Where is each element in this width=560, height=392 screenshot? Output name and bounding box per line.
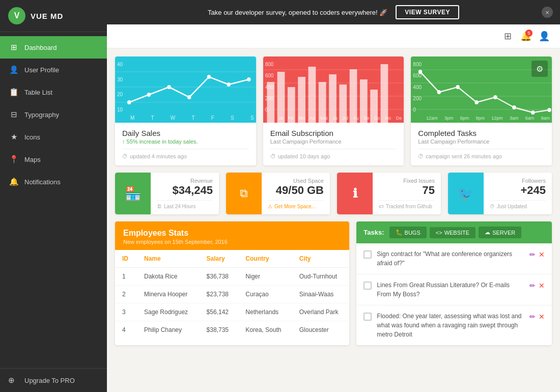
- svg-point-37: [548, 108, 551, 112]
- sidebar-item-dashboard[interactable]: ⊞ Dashboard: [0, 36, 107, 59]
- svg-point-7: [207, 75, 211, 79]
- followers-card: 🐦 Followers +245 ⏱ Just Updated: [448, 173, 552, 214]
- close-icon: ×: [545, 9, 549, 16]
- task-checkbox-2[interactable]: [363, 313, 372, 321]
- email-subscription-body: Email Subscription Last Campaign Perform…: [263, 123, 404, 165]
- task-delete-icon-2[interactable]: ✕: [539, 313, 545, 321]
- logo-icon: V: [8, 7, 25, 24]
- task-edit-icon-0[interactable]: ✏: [529, 250, 536, 259]
- upgrade-button[interactable]: ⊕ Upgrade To PRO: [0, 368, 107, 392]
- employees-title: Employees Stats: [123, 229, 341, 238]
- tab-website[interactable]: <> WEBSITE: [430, 227, 475, 238]
- svg-rect-15: [277, 72, 285, 123]
- fixed-issues-icon-block: ℹ: [337, 173, 373, 214]
- logo-text: VUE MD: [31, 12, 63, 20]
- svg-rect-18: [308, 67, 316, 123]
- grid-icon[interactable]: ⊞: [500, 29, 515, 44]
- clock-icon: ⏱: [122, 153, 128, 159]
- revenue-footer: 🗓 Last 24 Hours: [157, 200, 213, 209]
- followers-footer: ⏱ Just Updated: [490, 200, 546, 209]
- sidebar-label-icons: Icons: [24, 133, 40, 141]
- used-space-icon-block: ⧉: [226, 173, 262, 214]
- cell-name: Minerva Hooper: [137, 286, 200, 303]
- sidebar-nav: ⊞ Dashboard 👤 User Profile 📋 Table List …: [0, 32, 107, 368]
- task-text-2: Flooded: One year later, assessing what …: [377, 312, 524, 339]
- email-subscription-card: 8006004002000: [263, 57, 404, 165]
- banner-close-button[interactable]: ×: [542, 7, 553, 18]
- revenue-label: Revenue: [157, 178, 213, 184]
- cell-city: Oud-Turnhout: [292, 268, 350, 286]
- col-name: Name: [137, 250, 200, 268]
- svg-point-8: [227, 82, 230, 87]
- used-space-value: 49/50 GB: [268, 184, 324, 197]
- completed-tasks-footer: ⏱ campaign sent 26 minutes ago: [418, 149, 545, 159]
- sidebar-item-maps[interactable]: 📍 Maps: [0, 148, 107, 171]
- tab-server[interactable]: ☁ SERVER: [479, 227, 521, 238]
- code-icon: <>: [436, 230, 442, 236]
- daily-sales-body: Daily Sales ↑ 55% increase in today sale…: [115, 123, 256, 165]
- sidebar-item-table-list[interactable]: 📋 Table List: [0, 81, 107, 103]
- daily-sales-stat: ↑ 55% increase in today sales.: [122, 138, 249, 145]
- tab-bugs[interactable]: 🐛 BUGS: [389, 227, 427, 238]
- task-delete-icon-1[interactable]: ✕: [539, 282, 545, 290]
- daily-sales-title: Daily Sales: [122, 129, 249, 137]
- view-survey-button[interactable]: VIEW SURVEY: [396, 5, 459, 19]
- fixed-issues-label: Fixed Issues: [379, 178, 435, 184]
- task-edit-icon-1[interactable]: ✏: [529, 282, 536, 290]
- cell-salary: $23,738: [200, 286, 239, 303]
- cell-salary: $38,735: [200, 321, 239, 339]
- task-checkbox-0[interactable]: [363, 250, 372, 259]
- cell-id: 3: [115, 303, 137, 321]
- user-icon: 👤: [8, 65, 19, 74]
- twitter-icon: 🐦: [458, 186, 474, 202]
- followers-icon-block: 🐦: [448, 173, 484, 214]
- daily-sales-footer: ⏱ updated 4 minutes ago: [122, 149, 249, 159]
- email-subscription-footer: ⏱ updated 10 days ago: [270, 149, 397, 159]
- employees-table-card: Employees Stats New employees on 15th Se…: [115, 221, 349, 345]
- table-row: 3 Sage Rodriguez $56,142 Netherlands Ove…: [115, 303, 349, 321]
- svg-point-36: [531, 110, 535, 115]
- svg-point-4: [147, 93, 151, 97]
- upgrade-label: Upgrade To PRO: [24, 377, 75, 384]
- cell-country: Netherlands: [238, 303, 292, 321]
- svg-point-3: [127, 100, 131, 104]
- cell-name: Sage Rodriguez: [137, 303, 200, 321]
- maps-icon: 📍: [8, 155, 19, 164]
- cell-city: Gloucester: [292, 321, 350, 339]
- cell-name: Dakota Rice: [137, 268, 200, 286]
- sidebar-item-user-profile[interactable]: 👤 User Profile: [0, 59, 107, 81]
- employees-table-header: Employees Stats New employees on 15th Se…: [115, 221, 349, 250]
- task-delete-icon-0[interactable]: ✕: [539, 250, 545, 259]
- sidebar-item-typography[interactable]: ⊟ Typography: [0, 103, 107, 126]
- task-checkbox-1[interactable]: [363, 282, 372, 290]
- banner-text: Take our developer survey, opened to cod…: [208, 9, 387, 16]
- cell-country: Curaçao: [238, 286, 292, 303]
- col-country: Country: [238, 250, 292, 268]
- tasks-label: Tasks:: [363, 229, 384, 236]
- sidebar-label-typography: Typography: [24, 111, 59, 119]
- user-avatar-icon[interactable]: 👤: [537, 29, 552, 44]
- daily-sales-chart: 40302010 MTWTFSS: [115, 57, 256, 123]
- task-actions-2: ✏ ✕: [529, 312, 545, 321]
- revenue-card: 🏪 Revenue $34,245 🗓 Last 24 Hours: [115, 173, 219, 214]
- completed-tasks-card: ⚙ 8006004002000 12am3pm6pm9pm12pm3am6am9…: [411, 57, 552, 165]
- chart-cards-row: 40302010 MTWTFSS: [115, 57, 552, 165]
- cell-country: Korea, South: [238, 321, 292, 339]
- col-id: ID: [115, 250, 137, 268]
- sidebar-item-icons[interactable]: ★ Icons: [0, 126, 107, 148]
- sidebar-item-notifications[interactable]: 🔔 Notifications: [0, 171, 107, 193]
- gear-icon[interactable]: ⚙: [531, 61, 548, 77]
- sidebar-label-table-list: Table List: [24, 89, 52, 96]
- notification-bell-icon[interactable]: 🔔 5: [518, 29, 534, 44]
- sidebar-label-dashboard: Dashboard: [24, 44, 57, 51]
- cell-city: Sinaai-Waas: [292, 286, 350, 303]
- sidebar-logo: V VUE MD: [0, 0, 107, 32]
- cell-city: Overland Park: [292, 303, 350, 321]
- bug-icon: 🐛: [396, 229, 403, 236]
- svg-point-34: [494, 95, 497, 99]
- cell-id: 2: [115, 286, 137, 303]
- used-space-footer: ⚠ Get More Space...: [268, 200, 324, 209]
- fixed-issues-body: Fixed Issues 75 🏷 Tracked from Github: [373, 173, 441, 214]
- table-icon: 📋: [8, 88, 19, 97]
- task-edit-icon-2[interactable]: ✏: [529, 313, 536, 321]
